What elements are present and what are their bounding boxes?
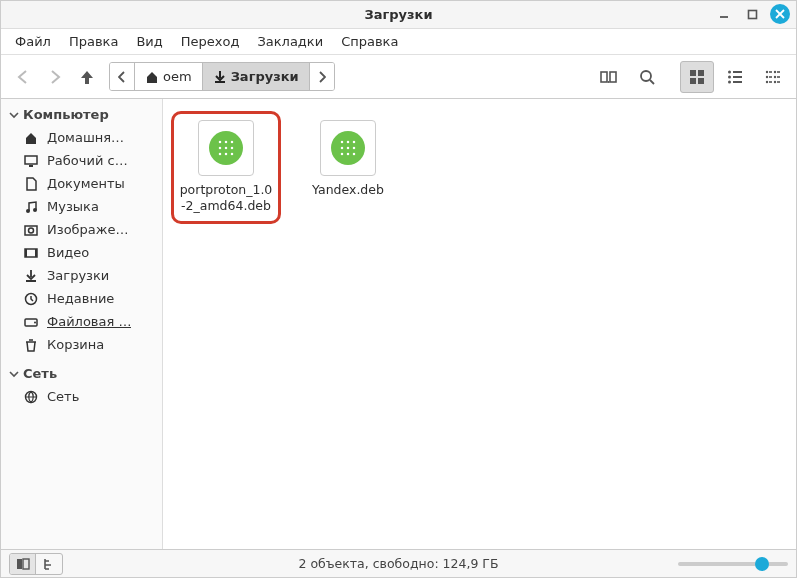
sidebar-item-documents[interactable]: Документы bbox=[1, 172, 162, 195]
svg-rect-9 bbox=[690, 70, 696, 76]
svg-rect-18 bbox=[733, 81, 742, 83]
search-button[interactable] bbox=[630, 61, 664, 93]
window-controls bbox=[714, 4, 790, 24]
home-icon bbox=[145, 70, 159, 84]
svg-rect-14 bbox=[733, 71, 742, 73]
compact-view-button[interactable] bbox=[756, 61, 790, 93]
package-icon bbox=[320, 120, 376, 176]
sidebar-item-filesystem[interactable]: Файловая … bbox=[1, 310, 162, 333]
titlebar: Загрузки bbox=[1, 1, 796, 29]
menu-edit[interactable]: Правка bbox=[61, 31, 126, 52]
menubar: Файл Правка Вид Переход Закладки Справка bbox=[1, 29, 796, 55]
svg-rect-12 bbox=[698, 78, 704, 84]
file-pane[interactable]: portproton_1.0-2_amd64.deb Yandex.deb bbox=[163, 99, 796, 549]
trash-icon bbox=[23, 338, 39, 352]
sidebar-item-video[interactable]: Видео bbox=[1, 241, 162, 264]
svg-rect-45 bbox=[23, 559, 29, 569]
sidebar: Компьютер Домашня… Рабочий с… Документы … bbox=[1, 99, 163, 549]
download-icon bbox=[23, 269, 39, 283]
sidebar-section-network[interactable]: Сеть bbox=[1, 362, 162, 385]
menu-view[interactable]: Вид bbox=[128, 31, 170, 52]
sidebar-item-home[interactable]: Домашня… bbox=[1, 126, 162, 149]
drive-icon bbox=[23, 315, 39, 329]
dual-pane-button[interactable] bbox=[592, 61, 626, 93]
toolbar: oem Загрузки bbox=[1, 55, 796, 99]
download-icon bbox=[213, 70, 227, 84]
svg-rect-39 bbox=[35, 249, 37, 257]
svg-rect-20 bbox=[769, 71, 772, 73]
svg-rect-32 bbox=[29, 165, 33, 167]
forward-button[interactable] bbox=[39, 61, 71, 93]
sidebar-item-downloads[interactable]: Загрузки bbox=[1, 264, 162, 287]
svg-point-6 bbox=[608, 81, 610, 83]
zoom-slider[interactable] bbox=[678, 562, 788, 566]
svg-rect-30 bbox=[777, 81, 780, 83]
sidebar-item-music[interactable]: Музыка bbox=[1, 195, 162, 218]
svg-rect-24 bbox=[769, 76, 772, 78]
path-prev-button[interactable] bbox=[110, 63, 135, 90]
sidebar-item-trash[interactable]: Корзина bbox=[1, 333, 162, 356]
documents-icon bbox=[23, 177, 39, 191]
file-item[interactable]: Yandex.deb bbox=[293, 111, 403, 224]
svg-point-21 bbox=[774, 70, 776, 72]
sidebar-item-recent[interactable]: Недавние bbox=[1, 287, 162, 310]
music-icon bbox=[23, 200, 39, 214]
sidebar-item-network[interactable]: Сеть bbox=[1, 385, 162, 408]
svg-rect-16 bbox=[733, 76, 742, 78]
path-segment-home[interactable]: oem bbox=[135, 63, 203, 90]
list-view-button[interactable] bbox=[718, 61, 752, 93]
svg-rect-5 bbox=[610, 72, 616, 82]
svg-rect-11 bbox=[690, 78, 696, 84]
recent-icon bbox=[23, 292, 39, 306]
menu-help[interactable]: Справка bbox=[333, 31, 406, 52]
maximize-button[interactable] bbox=[742, 4, 762, 24]
places-toggle[interactable] bbox=[10, 554, 36, 574]
svg-point-29 bbox=[774, 80, 776, 82]
up-button[interactable] bbox=[71, 61, 103, 93]
back-button[interactable] bbox=[7, 61, 39, 93]
menu-file[interactable]: Файл bbox=[7, 31, 59, 52]
svg-rect-38 bbox=[25, 249, 27, 257]
icon-view-button[interactable] bbox=[680, 61, 714, 93]
tree-toggle[interactable] bbox=[36, 554, 62, 574]
body: Компьютер Домашня… Рабочий с… Документы … bbox=[1, 99, 796, 549]
svg-line-8 bbox=[650, 80, 654, 84]
chevron-down-icon bbox=[9, 110, 19, 120]
path-segment-current[interactable]: Загрузки bbox=[203, 63, 310, 90]
minimize-button[interactable] bbox=[714, 4, 734, 24]
video-icon bbox=[23, 246, 39, 260]
svg-point-27 bbox=[766, 80, 768, 82]
home-icon bbox=[23, 131, 39, 145]
svg-point-36 bbox=[29, 228, 34, 233]
svg-point-15 bbox=[728, 75, 731, 78]
window-title: Загрузки bbox=[364, 7, 432, 22]
menu-bookmarks[interactable]: Закладки bbox=[249, 31, 331, 52]
path-current-label: Загрузки bbox=[231, 69, 299, 84]
svg-rect-1 bbox=[748, 10, 756, 18]
globe-icon bbox=[23, 390, 39, 404]
chevron-down-icon bbox=[9, 369, 19, 379]
status-text: 2 объекта, свободно: 124,9 ГБ bbox=[298, 556, 498, 571]
file-item[interactable]: portproton_1.0-2_amd64.deb bbox=[171, 111, 281, 224]
svg-point-13 bbox=[728, 70, 731, 73]
path-bar: oem Загрузки bbox=[109, 62, 335, 91]
svg-point-23 bbox=[766, 75, 768, 77]
menu-go[interactable]: Переход bbox=[173, 31, 248, 52]
path-next-button[interactable] bbox=[310, 63, 334, 90]
svg-rect-28 bbox=[769, 81, 772, 83]
sidebar-section-computer[interactable]: Компьютер bbox=[1, 103, 162, 126]
file-label: portproton_1.0-2_amd64.deb bbox=[178, 182, 274, 215]
sidebar-toggle-group bbox=[9, 553, 63, 575]
svg-rect-44 bbox=[17, 559, 22, 569]
zoom-thumb[interactable] bbox=[755, 557, 769, 571]
toolbar-right bbox=[592, 61, 790, 93]
svg-point-7 bbox=[641, 71, 651, 81]
sidebar-item-desktop[interactable]: Рабочий с… bbox=[1, 149, 162, 172]
path-home-label: oem bbox=[163, 69, 192, 84]
svg-point-42 bbox=[34, 321, 36, 323]
sidebar-item-pictures[interactable]: Изображе… bbox=[1, 218, 162, 241]
svg-point-25 bbox=[774, 75, 776, 77]
close-button[interactable] bbox=[770, 4, 790, 24]
svg-point-33 bbox=[26, 209, 30, 213]
desktop-icon bbox=[23, 154, 39, 168]
